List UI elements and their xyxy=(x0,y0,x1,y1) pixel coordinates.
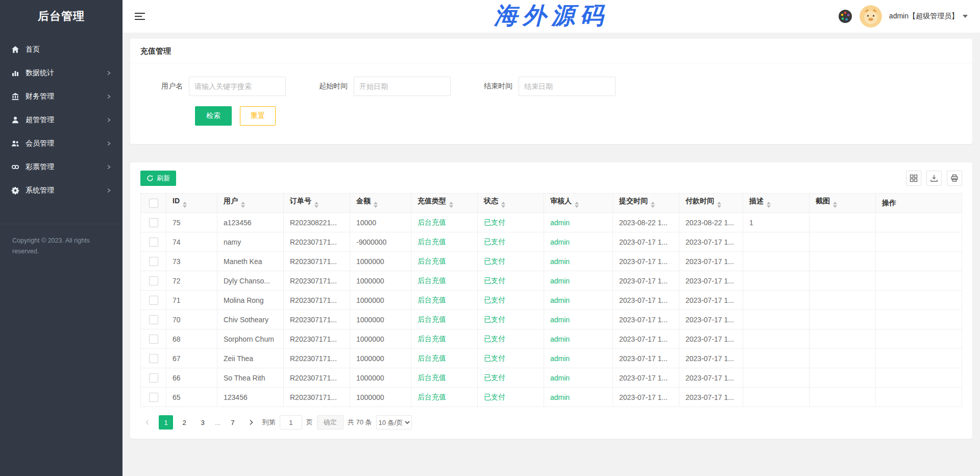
cell-submit-time: 2023-07-17 1... xyxy=(613,271,679,291)
topbar: 海外源码 admin【超级管理员】 xyxy=(122,0,980,33)
sort-icon[interactable] xyxy=(767,200,771,210)
cell-checkbox xyxy=(141,252,166,271)
row-checkbox[interactable] xyxy=(149,257,158,266)
pagination-page-1[interactable]: 1 xyxy=(159,415,173,430)
select-all-checkbox[interactable] xyxy=(149,199,158,208)
chevron-right-icon xyxy=(106,164,111,170)
cell-status: 已支付 xyxy=(478,213,544,232)
users-icon xyxy=(11,139,19,148)
menu-toggle-button[interactable] xyxy=(133,9,147,23)
refresh-button[interactable]: 刷新 xyxy=(140,171,176,186)
sort-icon[interactable] xyxy=(374,200,378,210)
sort-icon[interactable] xyxy=(833,200,837,210)
sort-icon[interactable] xyxy=(183,200,187,210)
col-amount[interactable]: 金额 xyxy=(350,194,411,213)
table-card: 刷新 xyxy=(130,162,972,439)
row-checkbox[interactable] xyxy=(149,237,158,247)
cell-user: 123456 xyxy=(217,388,284,407)
col-type[interactable]: 充值类型 xyxy=(411,194,478,213)
sidebar-item-members[interactable]: 会员管理 xyxy=(0,132,122,155)
sidebar-item-finance[interactable]: 财务管理 xyxy=(0,85,122,108)
pagination-prev-icon[interactable] xyxy=(140,415,155,430)
pagination: 1 2 3 ... 7 到第 页 确定 共 70 条 xyxy=(140,415,962,430)
cell-type: 后台充值 xyxy=(411,388,478,407)
row-checkbox[interactable] xyxy=(149,373,158,383)
cell-type: 后台充值 xyxy=(411,232,478,252)
cell-user: a123456 xyxy=(217,213,284,232)
cell-user: Maneth Kea xyxy=(217,252,284,271)
pagination-page-2[interactable]: 2 xyxy=(177,415,191,430)
row-checkbox[interactable] xyxy=(149,354,158,363)
cell-desc xyxy=(743,368,810,388)
sort-icon[interactable] xyxy=(575,200,579,210)
pagination-page-3[interactable]: 3 xyxy=(195,415,210,430)
export-icon[interactable] xyxy=(926,171,942,186)
user-menu[interactable]: admin【超级管理员】 xyxy=(889,12,968,21)
row-checkbox[interactable] xyxy=(149,218,158,227)
start-date-input[interactable] xyxy=(354,77,451,96)
cell-screenshot xyxy=(810,329,876,349)
row-checkbox[interactable] xyxy=(149,393,158,402)
col-submit-time[interactable]: 提交时间 xyxy=(613,194,679,213)
cell-screenshot xyxy=(810,271,876,291)
cell-screenshot xyxy=(810,232,876,252)
sort-icon[interactable] xyxy=(501,200,505,210)
filter-card: 充值管理 用户名 起始时间 结束时间 xyxy=(130,39,972,144)
sort-icon[interactable] xyxy=(314,200,318,210)
page-size-select[interactable]: 10 条/页 xyxy=(376,415,412,430)
cell-auditor: admin xyxy=(544,310,613,329)
theme-palette-icon[interactable] xyxy=(838,9,852,23)
goto-page-input[interactable] xyxy=(280,415,302,430)
cell-status: 已支付 xyxy=(478,388,544,407)
cell-auditor: admin xyxy=(544,368,613,388)
sidebar-item-lottery[interactable]: 彩票管理 xyxy=(0,155,122,179)
sidebar-item-superadmin[interactable]: 超管管理 xyxy=(0,108,122,132)
avatar[interactable] xyxy=(860,5,882,28)
bank-icon xyxy=(11,92,19,101)
col-status[interactable]: 状态 xyxy=(478,194,544,213)
cell-order: R202307171... xyxy=(284,329,350,349)
cell-status: 已支付 xyxy=(478,271,544,291)
cell-pay-time: 2023-07-17 1... xyxy=(679,271,743,291)
print-icon[interactable] xyxy=(947,171,962,186)
row-checkbox[interactable] xyxy=(149,276,158,285)
col-auditor[interactable]: 审核人 xyxy=(544,194,613,213)
sort-icon[interactable] xyxy=(717,200,721,210)
pagination-page-7[interactable]: 7 xyxy=(226,415,240,430)
col-screenshot[interactable]: 截图 xyxy=(810,194,876,213)
cell-type: 后台充值 xyxy=(411,291,478,310)
cell-action xyxy=(876,310,962,329)
row-checkbox[interactable] xyxy=(149,335,158,344)
sidebar-item-label: 财务管理 xyxy=(26,92,54,101)
username-input[interactable] xyxy=(189,77,286,96)
col-pay-time[interactable]: 付款时间 xyxy=(679,194,743,213)
end-date-input[interactable] xyxy=(519,77,616,96)
sort-icon[interactable] xyxy=(449,200,453,210)
search-button[interactable]: 检索 xyxy=(195,106,232,126)
sort-icon[interactable] xyxy=(651,200,655,210)
col-id[interactable]: ID xyxy=(166,194,217,213)
goto-confirm-button[interactable]: 确定 xyxy=(317,415,344,430)
sidebar-item-system[interactable]: 系统管理 xyxy=(0,179,122,202)
sidebar-item-home[interactable]: 首页 xyxy=(0,38,122,61)
reset-button[interactable]: 重置 xyxy=(240,106,276,126)
cell-amount: 1000000 xyxy=(350,291,411,310)
pagination-next-icon[interactable] xyxy=(244,415,258,430)
cell-action xyxy=(876,291,962,310)
col-desc[interactable]: 描述 xyxy=(743,194,810,213)
col-order[interactable]: 订单号 xyxy=(284,194,350,213)
cell-type: 后台充值 xyxy=(411,368,478,388)
end-time-filter-group: 结束时间 xyxy=(470,77,616,96)
cell-order: R202308221... xyxy=(284,213,350,232)
sort-icon[interactable] xyxy=(241,200,245,210)
col-user[interactable]: 用户 xyxy=(217,194,284,213)
cell-type: 后台充值 xyxy=(411,310,478,329)
filter-columns-icon[interactable] xyxy=(906,171,921,186)
cell-screenshot xyxy=(810,291,876,310)
row-checkbox[interactable] xyxy=(149,296,158,305)
username-filter-group: 用户名 xyxy=(140,77,286,96)
sidebar-item-statistics[interactable]: 数据统计 xyxy=(0,61,122,85)
row-checkbox[interactable] xyxy=(149,315,158,324)
cell-pay-time: 2023-07-17 1... xyxy=(679,388,743,407)
select-all-cell xyxy=(141,194,166,213)
